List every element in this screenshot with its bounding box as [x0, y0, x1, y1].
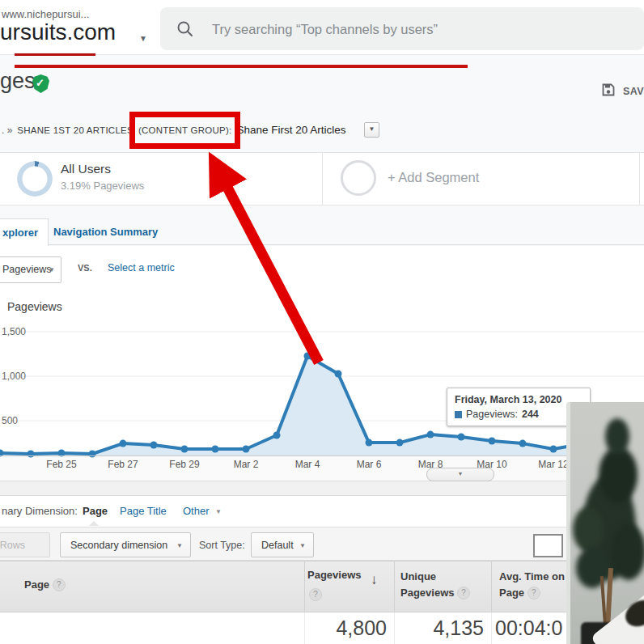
chevron-down-icon: ▼ — [49, 266, 55, 273]
tabs-divider — [0, 244, 644, 245]
tab-navigation-summary[interactable]: Navigation Summary — [53, 226, 158, 238]
search-icon — [176, 20, 194, 41]
plant-image — [573, 507, 604, 552]
svg-text:Mar 4: Mar 4 — [295, 459, 320, 470]
svg-text:1,500: 1,500 — [2, 326, 26, 337]
save-button[interactable]: SAV — [602, 83, 644, 101]
red-underline-long — [15, 65, 468, 68]
segment-card-edge — [639, 152, 644, 205]
svg-text:Feb 27: Feb 27 — [108, 459, 138, 470]
add-segment-circle-icon — [341, 160, 376, 196]
search-input[interactable] — [210, 19, 602, 40]
svg-text:Mar 12: Mar 12 — [538, 459, 569, 470]
plot-rows-label: lot Rows — [0, 540, 25, 551]
chevron-down-icon[interactable]: ▼ — [215, 508, 222, 515]
dimension-page-title[interactable]: Page Title — [120, 505, 167, 517]
metric-dropdown[interactable]: Pageviews ▼ — [0, 256, 61, 283]
sort-desc-icon[interactable]: ↓ — [371, 572, 378, 588]
sort-type-dropdown[interactable]: Default ▼ — [251, 532, 314, 557]
analytics-screen: www.nichepursui... ursuits.com ▼ ges ✓ S… — [0, 0, 644, 644]
tooltip-date: Friday, March 13, 2020 — [455, 394, 583, 405]
metric-dropdown-label: Pageviews — [2, 264, 51, 275]
primary-dimension-label: nary Dimension: — [2, 505, 78, 517]
svg-text:1,000: 1,000 — [2, 371, 26, 382]
tooltip-series: Pageviews: — [466, 409, 518, 420]
page-title: ges — [0, 69, 36, 94]
column-divider — [304, 612, 305, 644]
plant-image — [612, 523, 644, 580]
column-divider — [491, 612, 492, 644]
help-icon[interactable]: ? — [527, 587, 540, 600]
svg-text:Mar 2: Mar 2 — [234, 459, 259, 470]
chevron-down-icon[interactable]: ▼ — [139, 34, 147, 43]
help-icon[interactable]: ? — [457, 587, 470, 600]
total-unique-value: 4,135 — [393, 616, 484, 640]
svg-text:Feb 25: Feb 25 — [46, 459, 77, 470]
dimension-other[interactable]: Other — [183, 505, 210, 517]
help-icon[interactable]: ? — [53, 578, 66, 591]
breadcrumb-chevron: . » — [2, 125, 12, 136]
breadcrumb-group-name: SHANE 1ST 20 ARTICLES — [17, 125, 133, 135]
column-unique-label: Unique Pageviews — [400, 570, 455, 599]
column-divider — [394, 612, 395, 644]
webcam-overlay — [566, 402, 644, 644]
segment-title: All Users — [61, 162, 111, 176]
add-segment-card[interactable]: + Add Segment — [322, 152, 641, 205]
total-pageviews-value: 4,800 — [296, 616, 387, 640]
red-underline-short — [15, 53, 95, 56]
segment-donut-icon — [17, 161, 53, 197]
svg-text:Feb 29: Feb 29 — [169, 459, 200, 470]
save-label: SAV — [623, 86, 644, 97]
column-divider — [394, 561, 395, 612]
plot-rows-button[interactable]: lot Rows — [0, 532, 50, 557]
section-divider — [0, 481, 644, 496]
wall-strip — [566, 402, 570, 644]
select-metric-link[interactable]: Select a metric — [108, 262, 175, 273]
segment-all-users[interactable]: All Users 3.19% Pageviews — [0, 152, 324, 205]
column-divider — [304, 561, 305, 612]
dimension-selected-notch — [89, 521, 99, 526]
table-header: Page ? Pageviews ? ↓ Unique Pageviews ? … — [0, 561, 644, 612]
table-toolbar: lot Rows Secondary dimension ▼ Sort Type… — [0, 527, 644, 561]
table-totals-row: 4,800 % of Total: 4,135 % of Total: 00:0… — [0, 612, 644, 644]
column-header-page[interactable]: Page ? — [24, 578, 66, 591]
account-url: www.nichepursui... — [2, 8, 89, 20]
property-selector[interactable]: ursuits.com — [0, 19, 116, 45]
dimension-page[interactable]: Page — [83, 505, 108, 517]
column-header-pageviews[interactable]: Pageviews — [307, 569, 362, 581]
secondary-dimension-button[interactable]: Secondary dimension ▼ — [60, 532, 191, 557]
chevron-down-icon: ▼ — [176, 542, 183, 549]
search-bar[interactable] — [160, 7, 644, 50]
vs-label: VS. — [78, 263, 92, 273]
report-subheader — [0, 54, 644, 246]
column-header-unique-pageviews[interactable]: Unique Pageviews ? — [400, 569, 485, 601]
breadcrumb-dropdown[interactable]: ▼ — [364, 122, 379, 138]
plant-image — [605, 418, 629, 455]
tab-explorer-label: xplorer — [2, 227, 38, 239]
add-segment-label: + Add Segment — [388, 170, 479, 185]
tab-explorer[interactable]: xplorer — [0, 218, 49, 246]
table-search-input[interactable] — [533, 534, 563, 557]
sort-type-value: Default — [261, 540, 294, 551]
sort-type-label: Sort Type: — [199, 540, 245, 551]
segment-metric: 3.19% Pageviews — [61, 180, 144, 192]
breadcrumb-value[interactable]: Shane First 20 Articles — [236, 124, 345, 136]
chart-legend-label: Pageviews — [7, 300, 62, 313]
y-axis-labels: 5001,0001,500 — [2, 326, 26, 426]
column-divider — [491, 561, 492, 612]
series-swatch-icon — [455, 411, 462, 418]
top-bar: www.nichepursui... ursuits.com ▼ — [0, 0, 644, 54]
annotation-red-rectangle — [129, 112, 240, 149]
svg-text:500: 500 — [2, 415, 18, 426]
svg-text:Mar 6: Mar 6 — [357, 459, 382, 470]
secondary-dimension-label: Secondary dimension — [70, 540, 167, 551]
chart-collapse-button[interactable]: ▼ — [426, 468, 494, 481]
chevron-down-icon: ▼ — [299, 542, 306, 549]
help-icon[interactable]: ? — [309, 587, 322, 601]
total-pageviews: 4,800 % of Total: — [296, 616, 387, 644]
tooltip-value: 244 — [522, 409, 539, 420]
save-icon — [602, 83, 615, 96]
plant-image — [599, 447, 638, 503]
column-page-label: Page — [24, 578, 49, 591]
total-unique-pageviews: 4,135 % of Total: — [393, 616, 484, 644]
